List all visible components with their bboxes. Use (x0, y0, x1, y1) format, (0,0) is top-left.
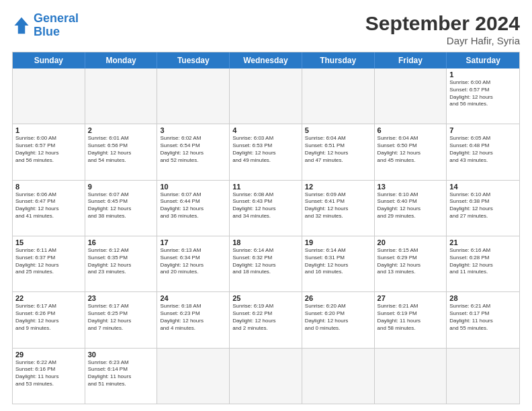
header-day-friday: Friday (375, 52, 447, 68)
day-number: 5 (305, 126, 371, 134)
day-number: 7 (449, 126, 517, 134)
calendar-body: 1Sunrise: 6:00 AMSunset: 6:57 PMDaylight… (13, 68, 519, 404)
day-cell-8: 8Sunrise: 6:06 AMSunset: 6:47 PMDaylight… (13, 181, 85, 236)
day-cell-1: 1Sunrise: 6:00 AMSunset: 6:57 PMDaylight… (13, 124, 85, 179)
day-number: 21 (449, 238, 517, 246)
day-cell-13: 13Sunrise: 6:10 AMSunset: 6:40 PMDayligh… (375, 181, 447, 236)
day-cell-11: 11Sunrise: 6:08 AMSunset: 6:43 PMDayligh… (230, 181, 302, 236)
day-number: 14 (449, 183, 517, 191)
day-number: 8 (15, 183, 82, 191)
calendar: SundayMondayTuesdayWednesdayThursdayFrid… (12, 52, 520, 404)
subtitle: Dayr Hafir, Syria (365, 35, 520, 46)
day-number: 15 (15, 238, 82, 246)
header-day-thursday: Thursday (302, 52, 375, 68)
empty-cell (157, 349, 230, 404)
page: General Blue September 2024 Dayr Hafir, … (0, 0, 532, 411)
day-info: Sunrise: 6:10 AMSunset: 6:38 PMDaylight:… (449, 191, 517, 220)
day-number: 1 (449, 71, 517, 79)
logo: General Blue (12, 12, 79, 39)
empty-cell (85, 68, 158, 124)
day-cell-9: 9Sunrise: 6:07 AMSunset: 6:45 PMDaylight… (85, 181, 158, 236)
day-number: 30 (88, 351, 154, 359)
day-info: Sunrise: 6:04 AMSunset: 6:51 PMDaylight:… (305, 135, 371, 164)
logo-line2: Blue (34, 25, 60, 38)
day-cell-10: 10Sunrise: 6:07 AMSunset: 6:44 PMDayligh… (157, 181, 230, 236)
day-number: 17 (160, 238, 226, 246)
day-cell-3: 3Sunrise: 6:02 AMSunset: 6:54 PMDaylight… (157, 124, 230, 179)
header-day-monday: Monday (85, 52, 158, 68)
day-number: 2 (88, 126, 154, 134)
day-cell-27: 27Sunrise: 6:21 AMSunset: 6:19 PMDayligh… (375, 292, 447, 347)
day-cell-14: 14Sunrise: 6:10 AMSunset: 6:38 PMDayligh… (447, 181, 519, 236)
logo-line1: General (34, 11, 79, 25)
day-number: 20 (378, 238, 444, 246)
day-cell-15: 15Sunrise: 6:11 AMSunset: 6:37 PMDayligh… (13, 236, 85, 291)
logo-text: General Blue (34, 12, 79, 39)
day-cell-7: 7Sunrise: 6:05 AMSunset: 6:48 PMDaylight… (447, 124, 519, 179)
day-cell-16: 16Sunrise: 6:12 AMSunset: 6:35 PMDayligh… (85, 236, 158, 291)
day-info: Sunrise: 6:18 AMSunset: 6:23 PMDaylight:… (160, 303, 226, 332)
empty-cell (375, 349, 447, 404)
empty-cell (302, 349, 375, 404)
day-info: Sunrise: 6:09 AMSunset: 6:41 PMDaylight:… (305, 191, 371, 220)
day-info: Sunrise: 6:22 AMSunset: 6:16 PMDaylight:… (15, 359, 82, 388)
empty-cell (230, 349, 302, 404)
day-number: 3 (160, 126, 226, 134)
day-cell-30: 30Sunrise: 6:23 AMSunset: 6:14 PMDayligh… (85, 349, 158, 404)
day-number: 12 (305, 183, 371, 191)
day-info: Sunrise: 6:12 AMSunset: 6:35 PMDaylight:… (88, 247, 154, 276)
empty-cell (302, 68, 375, 124)
day-number: 4 (232, 126, 299, 134)
calendar-week-3: 15Sunrise: 6:11 AMSunset: 6:37 PMDayligh… (13, 236, 519, 291)
day-number: 26 (305, 294, 371, 302)
day-info: Sunrise: 6:04 AMSunset: 6:50 PMDaylight:… (378, 135, 444, 164)
calendar-week-4: 22Sunrise: 6:17 AMSunset: 6:26 PMDayligh… (13, 291, 519, 347)
day-cell-5: 5Sunrise: 6:04 AMSunset: 6:51 PMDaylight… (302, 124, 375, 179)
calendar-header: SundayMondayTuesdayWednesdayThursdayFrid… (13, 52, 519, 68)
day-cell-24: 24Sunrise: 6:18 AMSunset: 6:23 PMDayligh… (157, 292, 230, 347)
day-info: Sunrise: 6:03 AMSunset: 6:53 PMDaylight:… (232, 135, 299, 164)
header: General Blue September 2024 Dayr Hafir, … (12, 12, 520, 46)
logo-icon (12, 16, 31, 35)
title-block: September 2024 Dayr Hafir, Syria (365, 12, 520, 46)
day-cell-12: 12Sunrise: 6:09 AMSunset: 6:41 PMDayligh… (302, 181, 375, 236)
day-number: 18 (232, 238, 299, 246)
day-info: Sunrise: 6:10 AMSunset: 6:40 PMDaylight:… (378, 191, 444, 220)
day-number: 25 (232, 294, 299, 302)
day-info: Sunrise: 6:13 AMSunset: 6:34 PMDaylight:… (160, 247, 226, 276)
calendar-week-1: 1Sunrise: 6:00 AMSunset: 6:57 PMDaylight… (13, 124, 519, 179)
day-number: 19 (305, 238, 371, 246)
day-cell-17: 17Sunrise: 6:13 AMSunset: 6:34 PMDayligh… (157, 236, 230, 291)
day-number: 10 (160, 183, 226, 191)
day-info: Sunrise: 6:19 AMSunset: 6:22 PMDaylight:… (232, 303, 299, 332)
day-number: 16 (88, 238, 154, 246)
day-info: Sunrise: 6:15 AMSunset: 6:29 PMDaylight:… (378, 247, 444, 276)
day-info: Sunrise: 6:07 AMSunset: 6:45 PMDaylight:… (88, 191, 154, 220)
main-title: September 2024 (365, 12, 520, 35)
day-cell-22: 22Sunrise: 6:17 AMSunset: 6:26 PMDayligh… (13, 292, 85, 347)
day-info: Sunrise: 6:17 AMSunset: 6:25 PMDaylight:… (88, 303, 154, 332)
day-cell-28: 28Sunrise: 6:21 AMSunset: 6:17 PMDayligh… (447, 292, 519, 347)
header-day-sunday: Sunday (13, 52, 85, 68)
calendar-week-2: 8Sunrise: 6:06 AMSunset: 6:47 PMDaylight… (13, 180, 519, 236)
day-cell-2: 2Sunrise: 6:01 AMSunset: 6:56 PMDaylight… (85, 124, 158, 179)
empty-cell (447, 349, 519, 404)
day-info: Sunrise: 6:11 AMSunset: 6:37 PMDaylight:… (15, 247, 82, 276)
day-number: 22 (15, 294, 82, 302)
calendar-week-0: 1Sunrise: 6:00 AMSunset: 6:57 PMDaylight… (13, 68, 519, 124)
day-info: Sunrise: 6:23 AMSunset: 6:14 PMDaylight:… (88, 359, 154, 388)
day-number: 23 (88, 294, 154, 302)
svg-marker-0 (15, 17, 29, 34)
day-info: Sunrise: 6:20 AMSunset: 6:20 PMDaylight:… (305, 303, 371, 332)
day-cell-25: 25Sunrise: 6:19 AMSunset: 6:22 PMDayligh… (230, 292, 302, 347)
day-info: Sunrise: 6:14 AMSunset: 6:32 PMDaylight:… (232, 247, 299, 276)
day-info: Sunrise: 6:07 AMSunset: 6:44 PMDaylight:… (160, 191, 226, 220)
empty-cell (375, 68, 447, 124)
empty-cell (230, 68, 302, 124)
day-info: Sunrise: 6:08 AMSunset: 6:43 PMDaylight:… (232, 191, 299, 220)
day-info: Sunrise: 6:00 AMSunset: 6:57 PMDaylight:… (449, 79, 517, 108)
day-cell-18: 18Sunrise: 6:14 AMSunset: 6:32 PMDayligh… (230, 236, 302, 291)
day-number: 29 (15, 351, 82, 359)
empty-cell (13, 68, 85, 124)
day-info: Sunrise: 6:21 AMSunset: 6:19 PMDaylight:… (378, 303, 444, 332)
